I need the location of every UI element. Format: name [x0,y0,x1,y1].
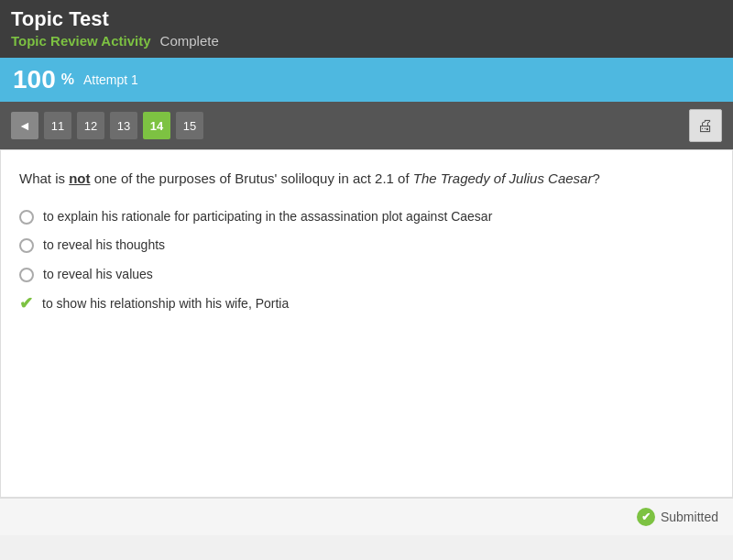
question-text: What is not one of the purposes of Brutu… [19,169,714,190]
question-text-before: What is [19,170,69,186]
nav-page-11[interactable]: 11 [44,112,71,139]
page-title: Topic Test [11,7,722,31]
print-button[interactable]: 🖨 [689,109,722,142]
score-percent-sign: % [61,71,74,88]
answer-text-3: to reveal his values [43,266,153,284]
correct-checkmark: ✔ [19,295,33,313]
header-subtitle: Topic Review Activity Complete [11,33,722,49]
nav-page-13[interactable]: 13 [110,112,137,139]
answer-text-4: to show his relationship with his wife, … [42,295,289,313]
print-icon: 🖨 [697,116,714,136]
submitted-label: Submitted [661,510,718,524]
answer-option-4: ✔ to show his relationship with his wife… [19,295,714,313]
nav-prev-button[interactable]: ◄ [11,112,38,139]
activity-label: Topic Review Activity [11,33,151,49]
nav-page-12[interactable]: 12 [77,112,104,139]
submitted-icon: ✔ [637,508,655,526]
answer-option-1: to explain his rationale for participati… [19,208,714,226]
question-container: What is not one of the purposes of Brutu… [0,149,733,498]
header: Topic Test Topic Review Activity Complet… [0,0,733,58]
footer-bar: ✔ Submitted [0,498,733,535]
answer-text-2: to reveal his thoughts [43,236,165,255]
score-attempt: Attempt 1 [83,72,138,87]
answer-text-1: to explain his rationale for participati… [43,208,492,226]
nav-page-14[interactable]: 14 [143,112,170,139]
question-italic-title: The Tragedy of Julius Caesar [413,170,593,186]
question-text-end: ? [592,170,599,186]
score-percent: 100 [13,65,56,94]
submitted-badge: ✔ Submitted [637,508,718,526]
radio-circle-3[interactable] [19,268,34,282]
complete-label: Complete [160,33,219,49]
question-not-word: not [69,170,90,186]
score-bar: 100% Attempt 1 [0,58,733,102]
answer-option-3: to reveal his values [19,266,714,284]
nav-page-15[interactable]: 15 [176,112,203,139]
answer-option-2: to reveal his thoughts [19,236,714,255]
nav-bar: ◄ 11 12 13 14 15 🖨 [0,102,733,149]
nav-left: ◄ 11 12 13 14 15 [11,112,203,139]
radio-circle-2[interactable] [19,238,34,253]
radio-circle-1[interactable] [19,210,34,225]
question-text-after: one of the purposes of Brutus' soliloquy… [91,170,413,186]
